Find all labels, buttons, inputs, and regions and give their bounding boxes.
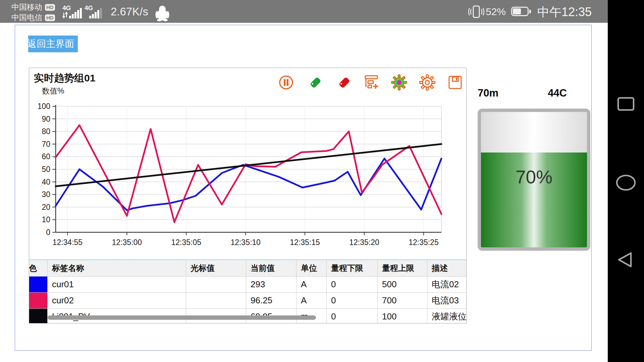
screen: 中国移动HD 中国电信HD 4G 4G 2.67K/s [0,0,644,362]
qq-penguin-notification-icon [154,5,170,21]
svg-text:80: 80 [42,127,50,136]
recents-square-icon [611,89,641,119]
svg-text:20: 20 [42,203,50,212]
table-cell: 500 [378,277,427,293]
tank-level-label: 70m [478,87,498,99]
svg-text:60: 60 [42,152,50,161]
horizontal-scrollbar-thumb[interactable] [48,315,316,320]
table-cell: 96.25 [246,293,297,309]
table-cell: 0 [327,309,378,323]
svg-text:4G: 4G [85,4,93,11]
table-header-cell: 色 [29,260,48,277]
hd-badge: HD [45,4,55,11]
svg-text:12:35:00: 12:35:00 [112,238,142,247]
table-cell: 0 [327,293,378,309]
svg-text:10: 10 [42,215,50,224]
table-cell: 电流03 [427,293,467,309]
back-triangle-icon [611,245,641,275]
table-header-cell: 量程上限 [378,260,427,277]
table-header-cell: 单位 [297,260,327,277]
battery-tip [529,10,531,13]
svg-text:12:35:25: 12:35:25 [409,238,439,247]
network-speed: 2.67K/s [111,5,148,18]
table-cell: A [297,277,327,293]
table-cell: cur02 [48,293,186,309]
svg-text:100: 100 [38,102,50,111]
signal-bars-icon-1: 4G [62,3,83,21]
svg-text:50: 50 [42,165,50,174]
svg-text:70: 70 [42,140,50,148]
table-cell [186,293,246,309]
back-nav-button[interactable] [611,245,641,275]
table-cell [186,277,246,293]
trend-panel: 实时趋势组01 [29,68,467,323]
table-cell: 700 [378,293,427,309]
svg-text:12:35:05: 12:35:05 [171,238,201,247]
back-to-main-button[interactable]: 返回主界面 [28,36,78,52]
tank-temp-label: 44C [548,87,567,99]
battery-icon [511,7,529,16]
table-cell: A [297,293,327,309]
table-cell: 293 [246,277,297,293]
battery-percent: 52% [486,6,506,17]
hd-badge: HD [45,14,55,21]
status-time: 中午12:35 [537,4,592,20]
svg-text:12:35:10: 12:35:10 [230,238,261,247]
table-header-cell: 光标值 [186,260,246,277]
table-cell: 电流02 [427,277,467,293]
svg-text:30: 30 [42,190,50,199]
table-header-cell: 当前值 [246,260,297,277]
tag-table: 色标签名称光标值当前值单位量程下限量程上限描述cur01293A0500电流02… [29,260,467,323]
tag-color-swatch [29,293,48,309]
tag-color-swatch [29,309,48,323]
svg-text:12:35:20: 12:35:20 [349,238,379,247]
vibrate-mode-icon [468,5,484,19]
table-cell: 0 [327,277,378,293]
tag-color-swatch [29,277,48,293]
carrier-1: 中国移动HD [11,2,55,12]
table-cell: 液罐液位 [427,309,467,323]
svg-text:0: 0 [46,228,50,237]
table-cell: cur01 [48,277,186,293]
home-circle-icon [611,168,641,198]
table-header-cell: 描述 [427,260,467,277]
home-button[interactable] [611,168,641,198]
svg-text:12:35:15: 12:35:15 [290,238,320,247]
svg-text:4G: 4G [62,4,71,11]
svg-text:90: 90 [42,115,50,123]
svg-text:40: 40 [42,178,50,186]
table-header-cell: 标签名称 [48,260,186,277]
status-bar: 中国移动HD 中国电信HD 4G 4G 2.67K/s [0,0,608,23]
carrier-2: 中国电信HD [11,12,55,23]
tank-labels: 70m 44C [478,87,590,99]
table-cell: 100 [378,309,427,323]
svg-text:12:34:55: 12:34:55 [53,238,83,247]
tank-percent-text: 70% [478,166,590,188]
recents-button[interactable] [611,89,641,119]
android-nav-bar [608,0,644,362]
trend-chart: 010203040506070809010012:34:5512:35:0012… [29,68,467,256]
signal-bars-icon-2: 4G [85,3,105,21]
table-header-cell: 量程下限 [327,260,378,277]
